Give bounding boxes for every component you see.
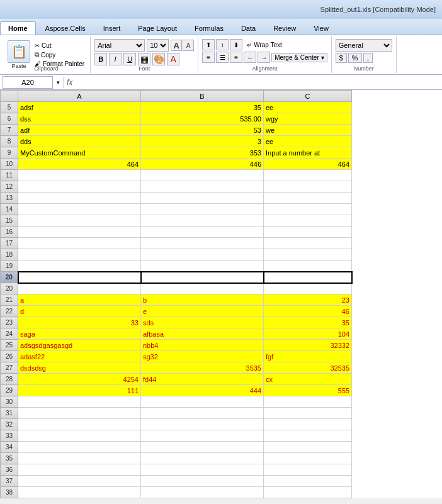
col-b-cell[interactable] xyxy=(141,272,264,283)
italic-button[interactable]: I xyxy=(109,53,122,65)
dollar-button[interactable]: $ xyxy=(336,53,347,63)
col-a-cell[interactable] xyxy=(18,464,141,476)
col-b-cell[interactable] xyxy=(141,193,264,204)
col-a-cell[interactable]: adsgsdgasgasgd xyxy=(18,340,141,351)
col-b-cell[interactable] xyxy=(141,283,264,294)
col-header-a[interactable]: A xyxy=(18,91,141,102)
col-header-c[interactable]: C xyxy=(264,91,352,102)
col-b-cell[interactable] xyxy=(141,204,264,215)
col-b-cell[interactable]: sg32 xyxy=(141,351,264,362)
col-a-cell[interactable]: adf xyxy=(18,125,141,136)
col-c-cell[interactable] xyxy=(264,181,352,193)
merge-dropdown-icon[interactable]: ▾ xyxy=(321,54,324,61)
tab-view[interactable]: View xyxy=(305,21,337,35)
col-a-cell[interactable] xyxy=(18,442,141,453)
col-a-cell[interactable]: d xyxy=(18,306,141,317)
tab-insert[interactable]: Insert xyxy=(95,21,129,35)
col-c-cell[interactable]: 32535 xyxy=(264,362,352,374)
col-b-cell[interactable]: 53 xyxy=(141,125,264,136)
col-c-cell[interactable] xyxy=(264,487,352,498)
col-a-cell[interactable]: a xyxy=(18,294,141,306)
top-align-button[interactable]: ⬆ xyxy=(202,39,215,50)
shrink-font-button[interactable]: A xyxy=(183,40,194,51)
col-a-cell[interactable] xyxy=(18,419,141,430)
middle-align-button[interactable]: ↕ xyxy=(216,39,229,50)
col-b-cell[interactable]: e xyxy=(141,306,264,317)
col-a-cell[interactable] xyxy=(18,453,141,464)
col-b-cell[interactable]: 3535 xyxy=(141,362,264,374)
wrap-text-button[interactable]: ↵ Wrap Text xyxy=(244,40,285,50)
col-a-cell[interactable] xyxy=(18,283,141,294)
col-a-cell[interactable]: 4254 xyxy=(18,374,141,385)
col-c-cell[interactable] xyxy=(264,204,352,215)
col-b-cell[interactable] xyxy=(141,453,264,464)
col-c-cell[interactable] xyxy=(264,430,352,442)
right-align-button[interactable]: ≡ xyxy=(230,52,242,63)
col-c-cell[interactable]: wgy xyxy=(264,113,352,125)
col-a-cell[interactable] xyxy=(18,227,141,238)
indent-increase-button[interactable]: → xyxy=(258,52,270,63)
number-format-selector[interactable]: General xyxy=(336,39,392,52)
col-a-cell[interactable]: MyCustomCommand xyxy=(18,147,141,159)
col-c-cell[interactable] xyxy=(264,408,352,419)
col-b-cell[interactable]: 444 xyxy=(141,385,264,396)
tab-page-layout[interactable]: Page Layout xyxy=(130,21,185,35)
tab-formulas[interactable]: Formulas xyxy=(186,21,232,35)
col-a-cell[interactable]: 111 xyxy=(18,385,141,396)
col-c-cell[interactable] xyxy=(264,419,352,430)
col-b-cell[interactable] xyxy=(141,181,264,193)
col-c-cell[interactable] xyxy=(264,464,352,476)
col-c-cell[interactable] xyxy=(264,283,352,294)
col-c-cell[interactable] xyxy=(264,453,352,464)
col-a-cell[interactable] xyxy=(18,238,141,249)
col-b-cell[interactable]: nbb4 xyxy=(141,340,264,351)
indent-decrease-button[interactable]: ← xyxy=(244,52,256,63)
center-align-button[interactable]: ☰ xyxy=(216,52,229,63)
col-b-cell[interactable] xyxy=(141,430,264,442)
font-size-selector[interactable]: 10 xyxy=(147,39,169,52)
col-c-cell[interactable] xyxy=(264,396,352,408)
col-c-cell[interactable]: 46 xyxy=(264,306,352,317)
col-b-cell[interactable]: afbasa xyxy=(141,328,264,340)
copy-button[interactable]: ⧉ Copy xyxy=(33,50,86,59)
col-b-cell[interactable] xyxy=(141,396,264,408)
col-c-cell[interactable]: ee xyxy=(264,136,352,147)
col-a-cell[interactable]: adsf xyxy=(18,102,141,113)
col-a-cell[interactable]: dss xyxy=(18,113,141,125)
col-b-cell[interactable] xyxy=(141,227,264,238)
grow-font-button[interactable]: A xyxy=(171,40,182,51)
col-a-cell[interactable]: 33 xyxy=(18,317,141,328)
col-a-cell[interactable] xyxy=(18,215,141,227)
col-a-cell[interactable] xyxy=(18,204,141,215)
col-a-cell[interactable] xyxy=(18,272,141,283)
col-b-cell[interactable] xyxy=(141,238,264,249)
col-a-cell[interactable]: dsdsdsg xyxy=(18,362,141,374)
merge-center-button[interactable]: Merge & Center ▾ xyxy=(271,53,327,62)
col-c-cell[interactable] xyxy=(264,193,352,204)
col-c-cell[interactable] xyxy=(264,215,352,227)
col-b-cell[interactable] xyxy=(141,170,264,181)
col-c-cell[interactable]: 35 xyxy=(264,317,352,328)
col-b-cell[interactable]: 3 xyxy=(141,136,264,147)
cut-button[interactable]: ✂ Cut xyxy=(33,42,86,50)
font-name-selector[interactable]: Arial xyxy=(94,39,145,52)
col-b-cell[interactable] xyxy=(141,464,264,476)
col-b-cell[interactable] xyxy=(141,249,264,260)
col-b-cell[interactable]: 446 xyxy=(141,159,264,170)
col-c-cell[interactable]: we xyxy=(264,125,352,136)
cell-reference-box[interactable]: A20 xyxy=(3,76,53,89)
formula-input[interactable] xyxy=(75,79,439,86)
col-b-cell[interactable]: 353 xyxy=(141,147,264,159)
col-c-cell[interactable]: 555 xyxy=(264,385,352,396)
col-b-cell[interactable] xyxy=(141,487,264,498)
col-c-cell[interactable]: ee xyxy=(264,102,352,113)
col-b-cell[interactable] xyxy=(141,260,264,272)
col-c-cell[interactable]: fgf xyxy=(264,351,352,362)
col-c-cell[interactable]: cx xyxy=(264,374,352,385)
bottom-align-button[interactable]: ⬇ xyxy=(230,39,242,50)
col-c-cell[interactable] xyxy=(264,227,352,238)
col-c-cell[interactable] xyxy=(264,238,352,249)
col-a-cell[interactable] xyxy=(18,170,141,181)
col-b-cell[interactable] xyxy=(141,408,264,419)
col-c-cell[interactable] xyxy=(264,249,352,260)
